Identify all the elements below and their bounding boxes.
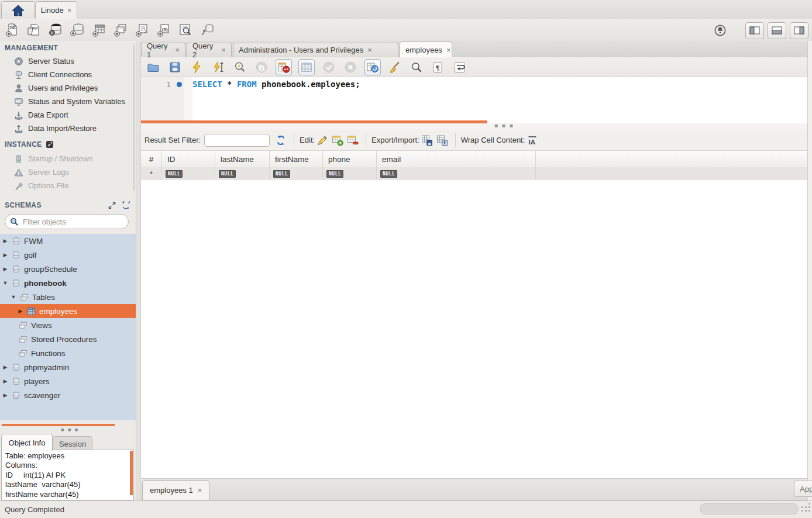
expand-schemas-icon[interactable]	[108, 202, 116, 209]
apply-button[interactable]: Apply	[794, 481, 812, 497]
sidebar-item-data-import-restore[interactable]: Data Import/Restore	[0, 122, 136, 135]
create-schema-button[interactable]	[68, 21, 86, 39]
explain-query-button[interactable]	[232, 60, 247, 75]
tree-item-employees[interactable]: ▶employees	[0, 304, 136, 318]
open-sql-script-button[interactable]: SQL	[25, 21, 43, 39]
reconnect-database-button[interactable]	[198, 21, 216, 39]
chevron-right-icon[interactable]: ▶	[2, 252, 8, 258]
toggle-invisible-characters-button[interactable]: ¶	[431, 60, 446, 75]
column-header-email[interactable]: email	[377, 151, 536, 167]
open-script-button[interactable]	[146, 60, 161, 75]
sql-editor[interactable]: 1 SELECT * FROM phonebook.employees;	[141, 77, 808, 120]
chevron-right-icon[interactable]: ▶	[2, 238, 8, 244]
cell-phone[interactable]: NULL	[323, 167, 377, 180]
inspect-database-button[interactable]: i	[47, 21, 64, 39]
sidebar-item-client-connections[interactable]: Client Connections	[0, 68, 136, 81]
save-script-button[interactable]	[167, 60, 183, 75]
add-row-button[interactable]	[330, 133, 345, 148]
new-sql-tab-button[interactable]: SQL	[4, 21, 21, 39]
notifier-button[interactable]	[711, 22, 729, 39]
create-function-button[interactable]: (0)	[155, 21, 173, 39]
create-procedure-button[interactable]	[133, 21, 151, 39]
wrap-cell-content-button[interactable]: IA	[525, 133, 540, 148]
sidebar-item-startup-shutdown[interactable]: Startup / Shutdown	[0, 152, 136, 165]
tab-query-1[interactable]: Query 1×	[141, 43, 185, 57]
rollback-button[interactable]	[343, 60, 358, 75]
sidebar-item-server-status[interactable]: Server Status	[0, 54, 136, 68]
sidebar-item-server-logs[interactable]: Server Logs	[0, 165, 136, 179]
toggle-stop-on-error-button[interactable]	[276, 59, 292, 75]
tree-item-tables[interactable]: ▼Tables	[0, 290, 136, 304]
column-header-id[interactable]: ID	[162, 151, 215, 167]
tab-employees-1[interactable]: employees 1 ×	[142, 480, 209, 500]
toggle-word-wrap-button[interactable]	[452, 60, 467, 75]
chevron-right-icon[interactable]: ▶	[18, 308, 23, 314]
chevron-right-icon[interactable]: ▶	[2, 266, 8, 272]
delete-row-button[interactable]	[345, 133, 360, 148]
stop-query-button[interactable]	[254, 60, 269, 75]
tree-item-groupschedule[interactable]: ▶groupSchedule	[0, 262, 136, 276]
object-info-scrollbar[interactable]	[130, 451, 133, 495]
sidebar-item-data-export[interactable]: Data Export	[0, 108, 136, 122]
toggle-right-panel-button[interactable]	[790, 22, 808, 39]
tab-employees[interactable]: employees×	[400, 42, 452, 57]
close-icon[interactable]: ×	[67, 6, 72, 15]
sidebar-splitter-indicator[interactable]	[2, 424, 115, 426]
cell-id[interactable]: NULL	[162, 167, 215, 180]
sidebar-item-status-system-variables[interactable]: Status and System Variables	[0, 95, 136, 108]
sidebar-splitter-handle[interactable]: ■ ■ ■	[61, 427, 79, 433]
tab-object-info[interactable]: Object Info	[1, 434, 53, 451]
tree-item-scavenger[interactable]: ▶scavenger	[0, 388, 136, 402]
chevron-right-icon[interactable]: ▶	[2, 364, 8, 370]
column-header-row-number[interactable]: #	[141, 151, 162, 167]
edit-current-row-button[interactable]	[315, 133, 330, 148]
tree-item-phpmyadmin[interactable]: ▶phpmyadmin	[0, 360, 136, 374]
window-resize-grip[interactable]	[801, 506, 803, 508]
sidebar-item-users-and-privileges[interactable]: Users and Privileges	[0, 81, 136, 95]
tab-session[interactable]: Session	[53, 436, 92, 451]
result-filter-input[interactable]	[204, 134, 270, 147]
schema-filter-input[interactable]	[22, 217, 127, 227]
commit-button[interactable]	[321, 60, 336, 75]
tree-item-fwm[interactable]: ▶FWM	[0, 234, 136, 248]
find-button[interactable]	[409, 60, 424, 75]
tree-item-stored-procedures[interactable]: Stored Procedures	[0, 332, 136, 346]
import-recordset-button[interactable]	[435, 133, 450, 148]
close-icon[interactable]: ×	[198, 486, 202, 495]
toggle-limit-rows-button[interactable]	[298, 59, 315, 75]
toggle-bottom-panel-button[interactable]	[768, 22, 786, 39]
tree-item-functions[interactable]: Functions	[0, 346, 136, 360]
close-icon[interactable]: ×	[221, 46, 226, 54]
column-header-firstname[interactable]: firstName	[270, 151, 323, 167]
beautify-script-button[interactable]	[387, 60, 402, 75]
tree-item-views[interactable]: Views	[0, 318, 136, 332]
search-data-button[interactable]	[177, 21, 194, 39]
execute-query-button[interactable]	[189, 60, 204, 75]
tab-query-2[interactable]: Query 2×	[187, 43, 232, 57]
connection-tab-linode[interactable]: Linode ×	[35, 1, 77, 19]
right-panel-strip[interactable]	[807, 41, 812, 500]
cell-firstname[interactable]: NULL	[270, 167, 323, 180]
close-icon[interactable]: ×	[446, 46, 451, 54]
create-view-button[interactable]	[112, 21, 129, 39]
chevron-down-icon[interactable]: ▼	[11, 294, 16, 300]
execute-current-statement-button[interactable]	[211, 60, 226, 75]
refresh-schemas-icon[interactable]	[122, 201, 130, 209]
column-header-lastname[interactable]: lastName	[215, 151, 270, 167]
create-table-button[interactable]	[90, 21, 108, 39]
cell-lastname[interactable]: NULL	[215, 167, 270, 180]
horizontal-scrollbar-thumb[interactable]	[700, 503, 799, 514]
close-icon[interactable]: ×	[175, 46, 180, 54]
toggle-left-panel-button[interactable]	[745, 22, 764, 39]
sidebar-item-options-file[interactable]: Options File	[0, 179, 136, 192]
export-recordset-button[interactable]	[419, 133, 435, 148]
home-tab[interactable]	[1, 1, 35, 19]
splitter-handle[interactable]: ■ ■ ■	[494, 122, 514, 129]
tree-item-players[interactable]: ▶players	[0, 374, 136, 388]
refresh-result-button[interactable]	[273, 133, 288, 148]
cell-email[interactable]: NULL	[377, 167, 536, 180]
close-icon[interactable]: ×	[367, 46, 372, 54]
tree-item-golf[interactable]: ▶golf	[0, 248, 136, 262]
toggle-autocommit-button[interactable]	[364, 59, 381, 75]
chevron-right-icon[interactable]: ▶	[2, 378, 8, 384]
